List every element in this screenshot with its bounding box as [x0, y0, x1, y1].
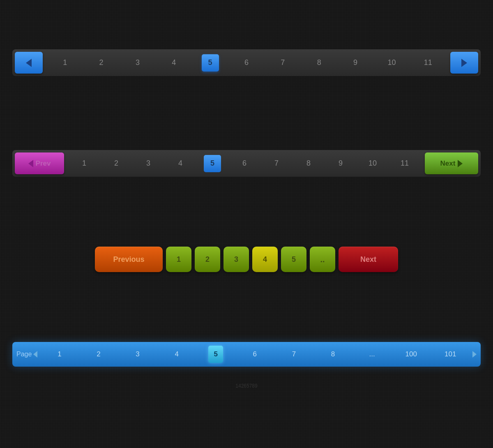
pagination-2-next-button[interactable]: Next — [425, 152, 478, 174]
pagination-2-page-11[interactable]: 11 — [396, 155, 413, 172]
pagination-1-page-3[interactable]: 3 — [129, 54, 146, 72]
pagination-1-next-button[interactable] — [450, 52, 478, 74]
pagination-3-next-button[interactable]: Next — [339, 247, 398, 272]
pagination-3-page-4[interactable]: 4 — [252, 247, 278, 272]
arrow-right-icon — [461, 59, 467, 67]
pagination-2-page-2[interactable]: 2 — [108, 155, 125, 172]
pagination-4: Page 1 2 3 4 5 6 7 8 ... 100 101 — [12, 342, 481, 367]
pagination-2-page-5[interactable]: 5 — [204, 155, 221, 172]
pagination-4-page-3[interactable]: 3 — [130, 346, 145, 363]
pagination-4-page-2[interactable]: 2 — [91, 346, 106, 363]
pagination-3-page-3[interactable]: 3 — [223, 247, 249, 272]
pagination-2-page-6[interactable]: 6 — [236, 155, 253, 172]
pagination-4-page-100[interactable]: 100 — [404, 346, 419, 363]
pagination-3: Previous 1 2 3 4 5 .. Next — [95, 247, 398, 272]
pagination-1: 1 2 3 4 5 6 7 8 9 10 11 — [12, 49, 481, 76]
arrow-right-icon — [458, 160, 463, 167]
pagination-2-page-1[interactable]: 1 — [76, 155, 93, 172]
pagination-2-page-8[interactable]: 8 — [300, 155, 317, 172]
watermark: 14265789 — [235, 383, 257, 389]
pagination-1-numbers: 1 2 3 4 5 6 7 8 9 10 11 — [43, 54, 450, 72]
watermark-text: 14265789 — [235, 383, 257, 389]
pagination-4-next-arrow[interactable] — [472, 351, 477, 358]
pagination-2-numbers: 1 2 3 4 5 6 7 8 9 10 11 — [64, 155, 425, 172]
pagination-4-page-5[interactable]: 5 — [208, 346, 223, 363]
pagination-2-page-3[interactable]: 3 — [140, 155, 157, 172]
pagination-1-prev-button[interactable] — [15, 52, 43, 74]
arrow-left-icon — [26, 59, 32, 67]
pagination-3-page-2[interactable]: 2 — [195, 247, 220, 272]
pagination-4-numbers: 1 2 3 4 5 6 7 8 ... 100 101 — [40, 346, 470, 363]
pagination-2-page-9[interactable]: 9 — [332, 155, 349, 172]
pagination-2-page-10[interactable]: 10 — [364, 155, 381, 172]
pagination-1-page-7[interactable]: 7 — [274, 54, 291, 72]
pagination-1-page-2[interactable]: 2 — [93, 54, 110, 72]
pagination-2-next-label: Next — [440, 159, 456, 168]
pagination-4-page-4[interactable]: 4 — [169, 346, 184, 363]
pagination-2-page-4[interactable]: 4 — [172, 155, 189, 172]
pagination-1-page-9[interactable]: 9 — [347, 54, 364, 72]
arrow-left-icon — [28, 160, 33, 167]
pagination-2-prev-button[interactable]: Prev — [15, 152, 64, 174]
pagination-1-page-8[interactable]: 8 — [311, 54, 328, 72]
pagination-1-page-10[interactable]: 10 — [383, 54, 400, 72]
pagination-4-page-label: Page — [16, 351, 32, 358]
pagination-2: Prev 1 2 3 4 5 6 7 8 9 10 11 Next — [12, 150, 481, 177]
pagination-4-page-1[interactable]: 1 — [52, 346, 67, 363]
pagination-3-page-5[interactable]: 5 — [281, 247, 306, 272]
pagination-4-page-101[interactable]: 101 — [443, 346, 458, 363]
pagination-1-page-4[interactable]: 4 — [165, 54, 182, 72]
pagination-4-page-8[interactable]: 8 — [325, 346, 340, 363]
pagination-1-page-11[interactable]: 11 — [419, 54, 437, 72]
pagination-3-page-1[interactable]: 1 — [166, 247, 191, 272]
pagination-2-prev-label: Prev — [36, 159, 51, 168]
pagination-3-next-label: Next — [360, 255, 376, 264]
pagination-1-page-1[interactable]: 1 — [56, 54, 74, 72]
pagination-1-page-5[interactable]: 5 — [202, 54, 219, 72]
pagination-2-page-7[interactable]: 7 — [268, 155, 285, 172]
pagination-4-page-6[interactable]: 6 — [247, 346, 262, 363]
pagination-3-previous-button[interactable]: Previous — [95, 247, 163, 272]
pagination-3-previous-label: Previous — [113, 255, 144, 264]
pagination-3-dots: .. — [310, 247, 335, 272]
pagination-4-dots: ... — [365, 346, 380, 363]
pagination-1-page-6[interactable]: 6 — [238, 54, 255, 72]
pagination-4-page-7[interactable]: 7 — [286, 346, 301, 363]
pagination-4-prev-arrow[interactable] — [33, 351, 37, 358]
